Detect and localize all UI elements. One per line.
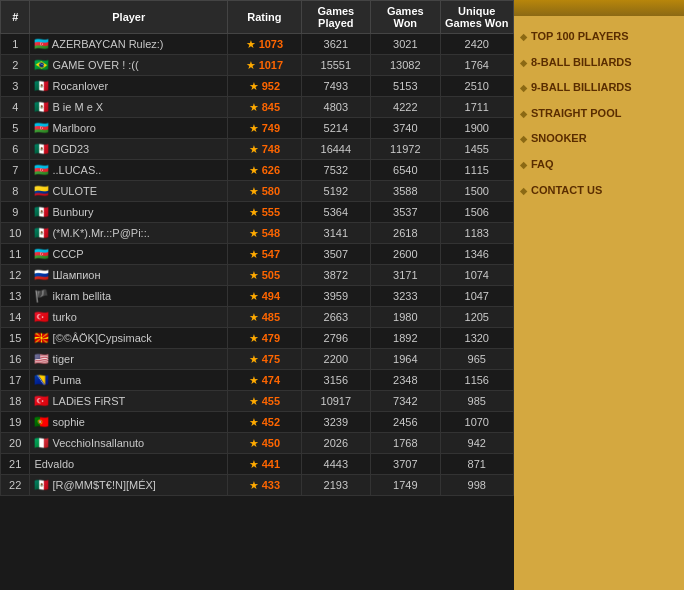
rank-cell: 1 xyxy=(1,34,30,55)
table-row: 19🇵🇹 sophie★ 452323924561070 xyxy=(1,412,514,433)
table-row: 17🇧🇦 Puma★ 474315623481156 xyxy=(1,370,514,391)
rating-value: 1073 xyxy=(259,38,283,50)
played-cell: 2796 xyxy=(301,328,370,349)
unique-cell: 2510 xyxy=(440,76,513,97)
player-cell: 🇺🇸 tiger xyxy=(30,349,228,370)
rank-cell: 12 xyxy=(1,265,30,286)
sidebar: TOP 100 PLAYERS8-BALL BILLIARDS9-BALL BI… xyxy=(514,0,684,590)
played-cell: 2026 xyxy=(301,433,370,454)
unique-cell: 1070 xyxy=(440,412,513,433)
played-cell: 3959 xyxy=(301,286,370,307)
table-row: 1🇦🇿 AZERBAYCAN Rulez:)★ 1073362130212420 xyxy=(1,34,514,55)
unique-cell: 871 xyxy=(440,454,513,475)
flag-icon: 🇨🇴 xyxy=(34,184,49,198)
flag-icon: 🇲🇽 xyxy=(34,142,49,156)
rank-cell: 2 xyxy=(1,55,30,76)
table-row: 11🇦🇿 CCCP★ 547350726001346 xyxy=(1,244,514,265)
sidebar-nav-item[interactable]: SNOOKER xyxy=(518,126,680,152)
rating-cell: ★ 547 xyxy=(228,244,301,265)
player-cell: 🇲🇽 Bunbury xyxy=(30,202,228,223)
sidebar-nav-item[interactable]: TOP 100 PLAYERS xyxy=(518,24,680,50)
unique-cell: 1500 xyxy=(440,181,513,202)
played-cell: 2193 xyxy=(301,475,370,496)
player-cell: 🇦🇿 AZERBAYCAN Rulez:) xyxy=(30,34,228,55)
rank-cell: 13 xyxy=(1,286,30,307)
won-cell: 3740 xyxy=(371,118,440,139)
won-cell: 3588 xyxy=(371,181,440,202)
rating-cell: ★ 474 xyxy=(228,370,301,391)
table-row: 14🇹🇷 turko★ 485266319801205 xyxy=(1,307,514,328)
unique-cell: 1047 xyxy=(440,286,513,307)
rating-value: 450 xyxy=(262,437,280,449)
star-icon: ★ xyxy=(246,38,256,50)
rating-cell: ★ 494 xyxy=(228,286,301,307)
won-cell: 1964 xyxy=(371,349,440,370)
sidebar-nav-item[interactable]: CONTACT US xyxy=(518,178,680,204)
played-cell: 3507 xyxy=(301,244,370,265)
played-cell: 3141 xyxy=(301,223,370,244)
play-now-header[interactable] xyxy=(514,0,684,16)
rank-cell: 15 xyxy=(1,328,30,349)
rating-cell: ★ 626 xyxy=(228,160,301,181)
rank-cell: 20 xyxy=(1,433,30,454)
player-cell: 🇲🇰 [©©ÂÖK]Cypsimack xyxy=(30,328,228,349)
rating-cell: ★ 1073 xyxy=(228,34,301,55)
star-icon: ★ xyxy=(249,101,259,113)
star-icon: ★ xyxy=(249,185,259,197)
player-cell: 🏴 ikram bellita xyxy=(30,286,228,307)
rating-cell: ★ 452 xyxy=(228,412,301,433)
unique-cell: 1506 xyxy=(440,202,513,223)
sidebar-nav: TOP 100 PLAYERS8-BALL BILLIARDS9-BALL BI… xyxy=(514,16,684,590)
played-cell: 5192 xyxy=(301,181,370,202)
star-icon: ★ xyxy=(249,122,259,134)
sidebar-nav-item[interactable]: STRAIGHT POOL xyxy=(518,101,680,127)
rank-cell: 17 xyxy=(1,370,30,391)
won-cell: 1749 xyxy=(371,475,440,496)
flag-icon: 🇦🇿 xyxy=(34,37,49,51)
won-cell: 2600 xyxy=(371,244,440,265)
played-cell: 2663 xyxy=(301,307,370,328)
rank-cell: 10 xyxy=(1,223,30,244)
player-cell: 🇧🇷 GAME OVER ! :(( xyxy=(30,55,228,76)
sidebar-nav-item[interactable]: 9-BALL BILLIARDS xyxy=(518,75,680,101)
rating-cell: ★ 455 xyxy=(228,391,301,412)
table-row: 2🇧🇷 GAME OVER ! :((★ 101715551130821764 xyxy=(1,55,514,76)
unique-cell: 1764 xyxy=(440,55,513,76)
table-row: 16🇺🇸 tiger★ 47522001964965 xyxy=(1,349,514,370)
rank-cell: 19 xyxy=(1,412,30,433)
won-cell: 3171 xyxy=(371,265,440,286)
table-row: 12🇷🇺 Шампион★ 505387231711074 xyxy=(1,265,514,286)
rating-value: 455 xyxy=(262,395,280,407)
rank-cell: 5 xyxy=(1,118,30,139)
rating-value: 474 xyxy=(262,374,280,386)
flag-icon: 🇹🇷 xyxy=(34,310,49,324)
flag-icon: 🇦🇿 xyxy=(34,163,49,177)
flag-icon: 🇦🇿 xyxy=(34,247,49,261)
col-rating: Rating xyxy=(228,1,301,34)
flag-icon: 🇲🇽 xyxy=(34,79,49,93)
star-icon: ★ xyxy=(246,59,256,71)
star-icon: ★ xyxy=(249,458,259,470)
flag-icon: 🇦🇿 xyxy=(34,121,49,135)
rank-cell: 9 xyxy=(1,202,30,223)
unique-cell: 998 xyxy=(440,475,513,496)
sidebar-nav-item[interactable]: FAQ xyxy=(518,152,680,178)
table-row: 13🏴 ikram bellita★ 494395932331047 xyxy=(1,286,514,307)
played-cell: 5214 xyxy=(301,118,370,139)
rating-cell: ★ 479 xyxy=(228,328,301,349)
rating-cell: ★ 485 xyxy=(228,307,301,328)
rank-cell: 11 xyxy=(1,244,30,265)
main-content: # Player Rating Games Played Games Won U… xyxy=(0,0,514,590)
rating-value: 485 xyxy=(262,311,280,323)
rating-cell: ★ 450 xyxy=(228,433,301,454)
rating-value: 1017 xyxy=(259,59,283,71)
player-cell: 🇲🇽 (*M.K*).Mr.::P@Pi::. xyxy=(30,223,228,244)
rank-cell: 3 xyxy=(1,76,30,97)
unique-cell: 1711 xyxy=(440,97,513,118)
sidebar-nav-item[interactable]: 8-BALL BILLIARDS xyxy=(518,50,680,76)
player-cell: 🇨🇴 CULOTE xyxy=(30,181,228,202)
star-icon: ★ xyxy=(249,374,259,386)
table-row: 5🇦🇿 Marlboro★ 749521437401900 xyxy=(1,118,514,139)
rating-cell: ★ 433 xyxy=(228,475,301,496)
flag-icon: 🇷🇺 xyxy=(34,268,49,282)
